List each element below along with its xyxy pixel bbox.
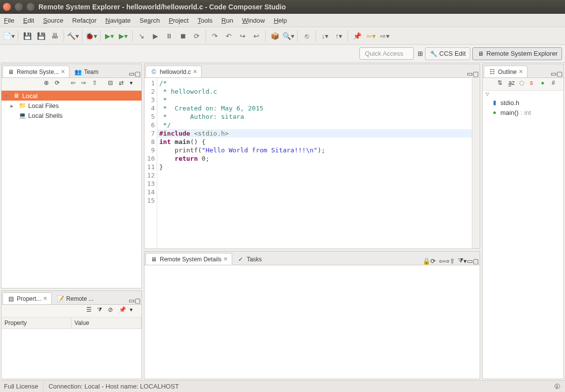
collapse-button[interactable]: ⊟	[108, 79, 118, 89]
minimize-icon[interactable]: ▭	[467, 257, 473, 265]
menu-refactor[interactable]: Refactor	[72, 17, 97, 24]
pin-button[interactable]: 📌	[119, 306, 129, 316]
build-button[interactable]: 🔨▾	[67, 30, 79, 42]
close-icon[interactable]: ✕	[193, 69, 197, 75]
maximize-icon[interactable]: ▢	[473, 257, 479, 265]
next-annotation-button[interactable]: ↓▾	[319, 30, 331, 42]
tab-tasks[interactable]: ✓Tasks	[232, 253, 266, 265]
filter-button[interactable]: ⧩	[97, 306, 107, 316]
step-into-button[interactable]: ↘	[136, 30, 147, 42]
tab-editor-helloworld-c[interactable]: ©helloworld.c ✕	[145, 66, 202, 77]
forward-button[interactable]: ⇨	[81, 79, 91, 89]
perspective-remote-system-explorer[interactable]: 🖥Remote System Explorer	[472, 47, 563, 60]
menu-navigate[interactable]: Navigate	[106, 17, 131, 24]
hide-fields-button[interactable]: ◌	[519, 79, 529, 89]
save-all-button[interactable]: 💾	[35, 30, 47, 42]
maximize-icon[interactable]: ▢	[135, 70, 141, 77]
forward-button[interactable]: ⇨	[444, 257, 450, 265]
menu-help[interactable]: Help	[274, 17, 287, 24]
sort-button[interactable]: ⇅	[497, 79, 507, 89]
minimize-icon[interactable]	[15, 3, 23, 11]
back-button[interactable]: ⇦	[71, 79, 80, 89]
profile-button[interactable]: ▶▾	[117, 30, 129, 42]
stop-button[interactable]: ⏹	[177, 30, 189, 42]
maximize-icon[interactable]: ▢	[135, 297, 141, 304]
tree-row-local-shells[interactable]: 💻Local Shells	[1, 110, 141, 120]
hide-macros-button[interactable]: #	[552, 79, 562, 89]
minimize-icon[interactable]: ▭	[467, 70, 473, 77]
lock-button[interactable]: 🔒	[423, 257, 430, 265]
menu-icon[interactable]: ▾	[130, 79, 140, 89]
menu-project[interactable]: Project	[169, 17, 188, 24]
up-button[interactable]: ⇧	[450, 257, 455, 265]
close-icon[interactable]: ✕	[43, 295, 47, 302]
search-button[interactable]: 🔍▾	[282, 30, 294, 42]
tab-outline[interactable]: ☷Outline ✕	[484, 66, 528, 77]
tab-properties[interactable]: ▤Propert... ✕	[2, 292, 52, 304]
menu-icon[interactable]: ▾	[463, 257, 467, 265]
print-button[interactable]: 🖶	[49, 30, 61, 42]
pin-button[interactable]: 📌	[351, 30, 363, 42]
col-property[interactable]: Property	[1, 318, 71, 328]
toggle-breakpoint-button[interactable]: ⎋	[301, 30, 313, 42]
tab-remote-systems[interactable]: 🖥Remote Syste... ✕	[2, 66, 70, 77]
menu-search[interactable]: Search	[140, 17, 160, 24]
save-button[interactable]: 💾	[21, 30, 33, 42]
maximize-icon[interactable]: ▢	[557, 70, 563, 77]
remote-systems-tree[interactable]: ▾🖥Local ▸📁Local Files 💻Local Shells	[1, 91, 141, 288]
maximize-icon[interactable]: ▢	[473, 70, 479, 77]
new-button[interactable]: 📄▾	[3, 30, 15, 42]
pause-button[interactable]: ⏸	[163, 30, 175, 42]
tree-row-local[interactable]: ▾🖥Local	[1, 91, 141, 101]
new-connection-button[interactable]: ⊕	[44, 79, 54, 89]
outline-body[interactable]: ▽ ▮stdio.h ●main() : int	[483, 91, 564, 379]
refresh-button[interactable]: ⟳	[55, 79, 65, 89]
hide-nonpublic-button[interactable]: ●	[541, 79, 551, 89]
menu-tools[interactable]: Tools	[198, 17, 212, 24]
debug-button[interactable]: 🐞▾	[85, 30, 97, 42]
prev-annotation-button[interactable]: ↑▾	[333, 30, 345, 42]
menu-window[interactable]: Window	[242, 17, 265, 24]
open-type-button[interactable]: 📦	[269, 30, 281, 42]
menu-edit[interactable]: Edit	[23, 17, 34, 24]
perspective-ccs-edit[interactable]: 🔧CCS Edit	[425, 47, 470, 60]
minimize-icon[interactable]: ▭	[551, 70, 557, 77]
updates-icon[interactable]: 🛈	[553, 383, 561, 391]
refresh-button[interactable]: ⟳	[430, 257, 436, 265]
maximize-icon[interactable]	[27, 3, 35, 11]
menu-source[interactable]: Source	[43, 17, 63, 24]
code-editor[interactable]: 123456789101112131415 /* * helloworld.c …	[144, 78, 480, 249]
tab-remote-scratchpad[interactable]: 📝Remote ...	[52, 292, 98, 304]
col-value[interactable]: Value	[71, 318, 141, 328]
tree-row-local-files[interactable]: ▸📁Local Files	[1, 101, 141, 110]
step-over-button[interactable]: ↷	[209, 30, 221, 42]
back-button[interactable]: ⇦	[439, 257, 444, 265]
minimize-icon[interactable]: ▭	[129, 297, 135, 304]
hide-static-button[interactable]: s	[530, 79, 540, 89]
forward-button[interactable]: ⇨▾	[379, 30, 390, 42]
outline-item-include[interactable]: ▮stdio.h	[483, 98, 564, 107]
up-button[interactable]: ⇧	[92, 79, 102, 89]
outline-item-main[interactable]: ●main() : int	[483, 107, 564, 117]
restore-button[interactable]: ⊘	[108, 306, 118, 316]
close-icon[interactable]: ✕	[519, 69, 523, 75]
resume-button[interactable]: ▶	[149, 30, 161, 42]
menu-run[interactable]: Run	[221, 17, 233, 24]
link-button[interactable]: ⇄	[119, 79, 129, 89]
close-icon[interactable]: ✕	[223, 256, 228, 262]
close-icon[interactable]	[3, 3, 11, 11]
step-return-button[interactable]: ↶	[223, 30, 235, 42]
back-button[interactable]: ⇦▾	[365, 30, 377, 42]
step-asm-button[interactable]: ↪	[237, 30, 248, 42]
run-button[interactable]: ▶▾	[104, 30, 115, 42]
alpha-button[interactable]: a̲z	[508, 79, 518, 89]
open-perspective-button[interactable]: ⊞	[418, 50, 423, 57]
minimize-icon[interactable]: ▭	[129, 70, 135, 77]
quick-access-input[interactable]: Quick Access	[359, 47, 414, 60]
menu-file[interactable]: File	[4, 17, 14, 24]
tab-remote-system-details[interactable]: 🖥Remote System Details ✕	[145, 253, 232, 265]
categories-button[interactable]: ☰	[86, 306, 96, 316]
close-icon[interactable]: ✕	[61, 69, 65, 75]
tab-team[interactable]: 👥Team	[70, 66, 103, 77]
menu-icon[interactable]: ▾	[130, 306, 140, 316]
